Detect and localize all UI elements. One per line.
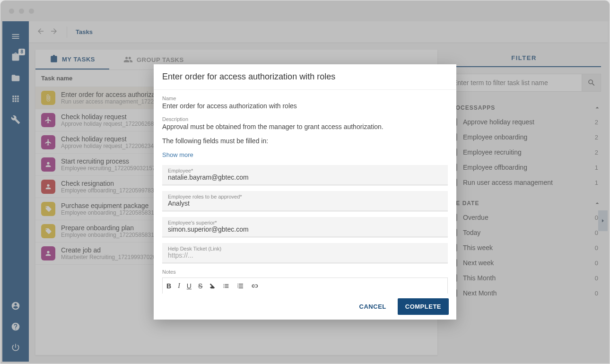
field-value: Analyst — [168, 199, 442, 207]
superior-field[interactable]: Employee's superior* simon.superior@gbte… — [162, 217, 448, 237]
task-modal: Enter order for access authorization wit… — [154, 64, 456, 320]
show-more-link[interactable]: Show more — [162, 151, 448, 158]
link-icon[interactable] — [251, 282, 258, 290]
field-label: Employee roles to be approved* — [168, 194, 442, 199]
desc-label: Description — [162, 116, 448, 122]
desc-line: Approval must be obtained from the manag… — [162, 123, 448, 130]
underline-icon[interactable]: U — [187, 282, 192, 290]
complete-button[interactable]: COMPLETE — [398, 298, 449, 315]
field-value: natalie.bayram@gbtec.com — [168, 173, 442, 181]
modal-body: Name Enter order for access authorizatio… — [154, 90, 456, 294]
field-value: simon.superior@gbtec.com — [168, 225, 442, 233]
italic-icon[interactable]: I — [178, 282, 180, 290]
employee-field[interactable]: Employee* natalie.bayram@gbtec.com — [162, 165, 448, 185]
field-label: Employee's superior* — [168, 220, 442, 225]
ticket-field[interactable]: Help Desk Ticket (Link) https://... — [162, 243, 448, 263]
number-list-icon[interactable] — [236, 282, 244, 290]
desc-line: The following fields must be filled in: — [162, 137, 448, 145]
browser-frame: 8 — [0, 0, 610, 364]
notes-label: Notes — [162, 269, 448, 275]
name-value: Enter order for access authorization wit… — [162, 102, 448, 110]
cancel-button[interactable]: CANCEL — [355, 299, 391, 314]
roles-field[interactable]: Employee roles to be approved* Analyst — [162, 191, 448, 211]
name-label: Name — [162, 95, 448, 101]
modal-title: Enter order for access authorization wit… — [154, 64, 456, 90]
notes-toolbar: B I U S — [162, 277, 448, 294]
modal-overlay: Enter order for access authorization wit… — [0, 0, 610, 364]
highlight-icon[interactable] — [209, 283, 216, 289]
field-label: Help Desk Ticket (Link) — [168, 246, 442, 251]
bold-icon[interactable]: B — [166, 282, 171, 290]
bullet-list-icon[interactable] — [222, 282, 230, 290]
field-placeholder: https://... — [168, 251, 442, 259]
strikethrough-icon[interactable]: S — [198, 282, 202, 290]
modal-footer: CANCEL COMPLETE — [154, 294, 456, 320]
field-label: Employee* — [168, 168, 442, 173]
